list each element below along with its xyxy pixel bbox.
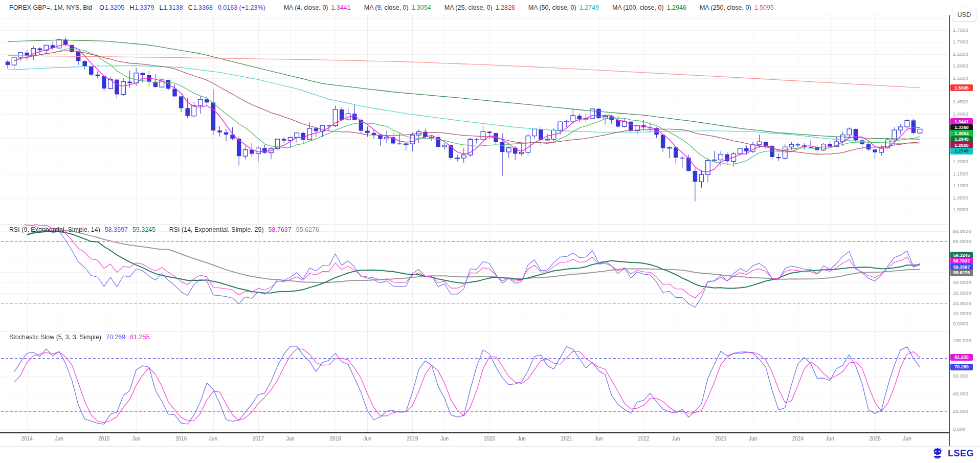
axis-price-badge: 1.2749 (950, 148, 973, 155)
ma-250-value: 1.5095 (754, 4, 774, 11)
axis-tick-label: 1.6000 (953, 63, 968, 69)
x-axis-label: Jun (55, 436, 63, 442)
price-panel-canvas[interactable] (0, 15, 949, 224)
x-axis-label: Jun (286, 436, 295, 442)
x-axis-label: Jun (594, 436, 603, 442)
x-axis-label: 2023 (715, 436, 726, 442)
chart-window: FOREX GBP=, 1M, NYS, Bid O1.3205 H1.3379… (0, 0, 980, 463)
axis-tick-label: 1.1500 (953, 171, 968, 177)
footer-divider (0, 446, 980, 447)
stochastic-title: Stochastic Slow (5, 3, 3, Simple) (9, 334, 101, 341)
ma-legend-250: MA (250, close, 0)1.5095 (700, 4, 774, 11)
x-axis-label: Jun (440, 436, 449, 442)
ma-9-value: 1.3054 (412, 4, 431, 11)
x-axis-label: Jun (903, 436, 911, 442)
axis-tick-label: 1.4500 (953, 99, 968, 104)
ma-25-label: MA (25, close, 0) (444, 4, 493, 11)
rsi-9-title: RSI (9, Exponential, Simple, 14) (9, 226, 100, 233)
x-axis-label: Jun (132, 436, 140, 442)
axis-tick-label: 1.7500 (953, 27, 968, 33)
axis-tick-label: 80.0000 (953, 238, 971, 244)
chart-header: FOREX GBP=, 1M, NYS, Bid O1.3205 H1.3379… (0, 0, 949, 15)
open-label: O (99, 4, 104, 11)
x-axis-label: 2017 (253, 436, 264, 442)
price-axis[interactable]: 1.75001.70001.65001.60001.55001.45001.40… (950, 0, 980, 446)
x-axis[interactable]: 2014Jun2015Jun2016Jun2017Jun2018Jun2019J… (0, 434, 949, 445)
ma-50-value: 1.2749 (580, 4, 599, 11)
x-axis-label: 2014 (21, 436, 33, 442)
axis-tick-label: 30.0000 (953, 290, 971, 296)
axis-tick-label: 1.0000 (953, 207, 968, 212)
rsi-14-title: RSI (14, Exponential, Simple, 25) (169, 226, 264, 233)
axis-tick-label: 60.000 (953, 373, 968, 379)
x-axis-label: 2025 (869, 436, 880, 442)
ohlc-high: H1.3379 (129, 4, 154, 11)
x-axis-line (0, 432, 949, 433)
ma-legend-50: MA (50, close, 0)1.2749 (528, 4, 599, 11)
lseg-logo-text: LSEG (948, 448, 974, 459)
axis-tick-label: 1.4000 (953, 111, 968, 117)
x-axis-label: Jun (749, 436, 757, 442)
ma-100-label: MA (100, close, 0) (612, 4, 664, 11)
axis-price-badge: 1.5095 (950, 84, 973, 91)
x-axis-label: 2015 (98, 436, 109, 442)
axis-tick-label: 1.0500 (953, 195, 968, 201)
ohlc-open: O1.3205 (99, 4, 124, 11)
x-axis-label: 2021 (561, 436, 572, 442)
x-axis-label: Jun (363, 436, 371, 442)
axis-tick-label: 40.000 (953, 391, 968, 396)
ma-50-label: MA (50, close, 0) (528, 4, 576, 11)
lseg-crest-icon (931, 447, 944, 459)
ma-4-value: 1.3441 (331, 4, 351, 11)
ma-legend-9: MA (9, close, 0)1.3054 (364, 4, 431, 11)
x-axis-label: 2024 (792, 436, 804, 442)
low-label: L (159, 4, 163, 11)
close-value: 1.3368 (193, 4, 213, 11)
stochastic-d-value: 81.255 (130, 334, 149, 341)
ma-4-label: MA (4, close, 0) (284, 4, 328, 11)
close-label: C (188, 4, 193, 11)
axis-tick-label: 1.1000 (953, 183, 968, 188)
ma-legend-100: MA (100, close, 0)1.2946 (612, 4, 686, 11)
ma-250-label: MA (250, close, 0) (700, 4, 751, 11)
rsi-14-signal-value: 55.6276 (296, 226, 319, 233)
rsi-14-value: 58.7637 (269, 226, 292, 233)
high-label: H (129, 4, 134, 11)
axis-tick-label: 10.0000 (953, 311, 971, 316)
axis-tick-label: 40.0000 (953, 279, 971, 285)
stochastic-header: Stochastic Slow (5, 3, 3, Simple)70.2698… (9, 334, 154, 341)
ohlc-low: L1.3138 (159, 4, 183, 11)
rsi-header: RSI (9, Exponential, Simple, 14)58.35975… (9, 226, 324, 233)
x-axis-label: 2016 (175, 436, 187, 442)
lseg-logo: LSEG (931, 447, 974, 459)
open-value: 1.3205 (105, 4, 124, 11)
x-axis-label: 2020 (484, 436, 495, 442)
ohlc-close: C1.3368 (188, 4, 213, 11)
axis-tick-label: 20.0000 (953, 300, 971, 306)
high-value: 1.3379 (135, 4, 154, 11)
ma-legend-25: MA (25, close, 0)1.2826 (444, 4, 515, 11)
x-axis-label: 2022 (638, 436, 649, 442)
ma-9-label: MA (9, close, 0) (364, 4, 409, 11)
stochastic-k-value: 70.269 (106, 334, 125, 341)
x-axis-label: Jun (826, 436, 834, 442)
axis-tick-label: 0.000 (953, 426, 966, 432)
x-axis-label: Jun (518, 436, 526, 442)
axis-tick-label: 1.2000 (953, 159, 968, 164)
instrument-title: FOREX GBP=, 1M, NYS, Bid (9, 4, 92, 11)
axis-price-badge: 70.269 (950, 364, 973, 370)
ma-legend-4: MA (4, close, 0)1.3441 (284, 4, 351, 11)
rsi-panel-canvas[interactable] (0, 224, 949, 332)
axis-tick-label: 20.000 (953, 408, 968, 414)
net-change: 0.0163 (+1.23%) (218, 4, 265, 11)
axis-price-badge: 55.6276 (950, 270, 973, 276)
x-axis-label: 2018 (329, 436, 341, 442)
rsi-9-signal-value: 59.3245 (132, 226, 155, 233)
x-axis-label: 2019 (407, 436, 418, 442)
axis-tick-label: 100.000 (953, 338, 971, 343)
low-value: 1.3138 (163, 4, 183, 11)
stochastic-panel-canvas[interactable] (0, 332, 949, 432)
axis-tick-label: 1.7000 (953, 39, 968, 45)
x-axis-label: Jun (672, 436, 680, 442)
axis-tick-label: 0.0000 (953, 321, 968, 326)
